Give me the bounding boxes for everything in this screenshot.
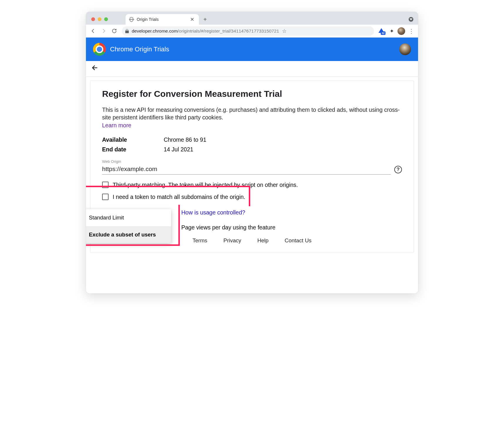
help-icon[interactable]: ?: [394, 166, 402, 173]
extensions-button[interactable]: ✦: [387, 26, 396, 36]
new-tab-button[interactable]: +: [201, 16, 209, 25]
footer-privacy[interactable]: Privacy: [224, 237, 241, 244]
page-back-button[interactable]: [91, 64, 99, 74]
browser-toolbar: developer.chrome.com/origintrials/#/regi…: [86, 25, 418, 38]
minimize-window-button[interactable]: [98, 17, 102, 21]
chrome-logo-icon: [93, 43, 106, 56]
footer-terms[interactable]: Terms: [192, 237, 207, 244]
url-text: developer.chrome.com/origintrials/#/regi…: [132, 28, 279, 34]
close-window-button[interactable]: [91, 17, 95, 21]
browser-menu-button[interactable]: ⋮: [406, 26, 416, 36]
back-bar: [86, 61, 418, 77]
web-origin-field: Web Origin ?: [102, 159, 402, 175]
lock-icon: [125, 29, 129, 33]
extension-badge[interactable]: 32: [378, 28, 385, 34]
window-controls: [89, 17, 111, 25]
page-heading: Register for Conversion Measurement Tria…: [102, 89, 402, 99]
subdomain-checkbox-row: I need a token to match all subdomains o…: [102, 194, 402, 200]
usage-controlled-link[interactable]: How is usage controlled?: [181, 209, 245, 216]
address-bar[interactable]: developer.chrome.com/origintrials/#/regi…: [122, 26, 374, 36]
browser-tab[interactable]: Origin Trials ✕: [126, 14, 199, 25]
usage-dropdown: Standard Limit Exclude a subset of users: [86, 209, 171, 243]
web-origin-label: Web Origin: [102, 159, 402, 164]
app-title: Chrome Origin Trials: [110, 45, 169, 53]
close-tab-button[interactable]: ✕: [189, 16, 195, 23]
third-party-checkbox-row: Third-party matching. The token will be …: [102, 182, 402, 188]
web-origin-input[interactable]: [102, 164, 391, 175]
tab-title: Origin Trials: [137, 17, 186, 22]
available-row: Available Chrome 86 to 91: [102, 136, 402, 143]
third-party-checkbox[interactable]: [102, 182, 109, 188]
available-value: Chrome 86 to 91: [164, 136, 206, 143]
menu-dots-icon: ⋮: [408, 28, 414, 35]
subdomain-label: I need a token to match all subdomains o…: [113, 194, 245, 200]
end-date-row: End date 14 Jul 2021: [102, 146, 402, 153]
back-button[interactable]: [88, 26, 98, 36]
dropdown-option-standard[interactable]: Standard Limit: [86, 209, 171, 226]
page-description: This is a new API for measuring conversi…: [102, 106, 402, 121]
end-date-label: End date: [102, 146, 164, 153]
globe-icon: [129, 17, 134, 22]
register-card: Register for Conversion Measurement Tria…: [90, 80, 414, 253]
third-party-label: Third-party matching. The token will be …: [113, 182, 298, 188]
tabs-dropdown-icon[interactable]: [409, 17, 413, 22]
dropdown-option-exclude[interactable]: Exclude a subset of users: [86, 226, 171, 243]
reload-button[interactable]: [109, 26, 119, 36]
profile-avatar[interactable]: [398, 27, 405, 35]
app-header: Chrome Origin Trials: [86, 38, 418, 61]
extension-count: 32: [381, 31, 385, 35]
usage-description: Page views per day using the feature: [181, 224, 275, 231]
footer-contact[interactable]: Contact Us: [285, 237, 312, 244]
learn-more-link[interactable]: Learn more: [102, 122, 131, 129]
browser-window: Origin Trials ✕ + developer.chrome.com/o…: [86, 12, 418, 293]
bookmark-star-icon[interactable]: ☆: [282, 28, 287, 34]
tab-strip: Origin Trials ✕ +: [86, 12, 418, 25]
available-label: Available: [102, 136, 164, 143]
end-date-value: 14 Jul 2021: [164, 146, 193, 153]
account-avatar[interactable]: [399, 43, 411, 55]
subdomain-checkbox[interactable]: [102, 194, 109, 200]
footer-help[interactable]: Help: [257, 237, 268, 244]
puzzle-icon: ✦: [390, 28, 394, 34]
forward-button[interactable]: [99, 26, 108, 36]
maximize-window-button[interactable]: [104, 17, 108, 21]
